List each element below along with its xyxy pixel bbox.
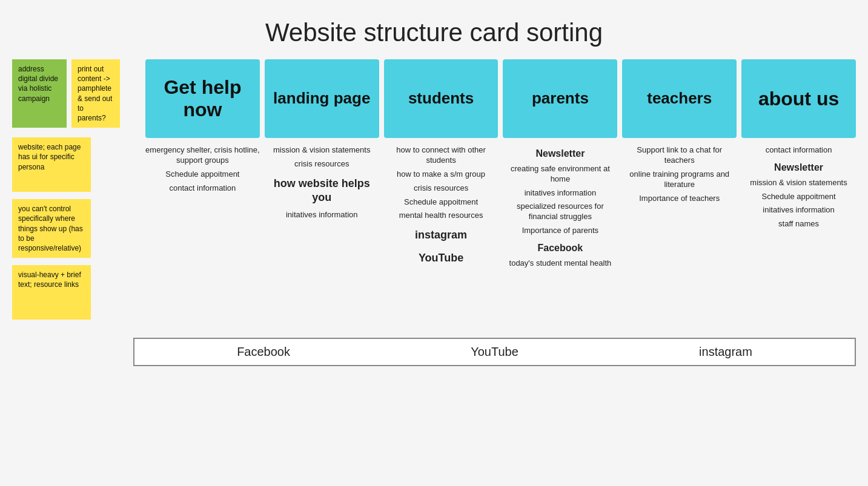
list-item: instagram [415, 228, 467, 242]
list-item: how to connect with other students [384, 145, 499, 166]
list-item: Schedule appoitment [165, 169, 239, 180]
list-item: online training programs and literature [622, 169, 737, 190]
main-area: address digital divide via holistic camp… [0, 59, 868, 332]
card-header-about-us: about us [741, 59, 856, 138]
list-item: YouTube [419, 251, 463, 265]
list-item: initatives information [525, 188, 597, 199]
list-item: mission & vision statements [750, 178, 847, 188]
list-item: contact information [766, 145, 832, 156]
list-item: initatives information [763, 205, 835, 215]
card-header-students: students [384, 59, 499, 138]
card-header-text-landing-page: landing page [273, 90, 370, 108]
card-header-text-get-help-now: Get help now [153, 76, 253, 121]
card-items-landing-page: mission & vision statements crisis resou… [265, 145, 379, 220]
list-item: Newsletter [535, 148, 585, 160]
list-item: initatives information [286, 210, 358, 220]
card-items-students: how to connect with other students how t… [384, 145, 499, 266]
list-item: creating safe environment at home [503, 164, 617, 185]
card-header-text-about-us: about us [758, 88, 839, 110]
card-header-text-teachers: teachers [647, 90, 712, 108]
list-item: Importance of parents [522, 226, 598, 236]
card-header-landing-page: landing page [265, 59, 379, 138]
list-item: Importance of teachers [639, 194, 720, 204]
list-item: Schedule appoitment [761, 192, 835, 202]
sticky-note-yellow-bottom[interactable]: visual-heavy + brief text; resource link… [12, 265, 91, 320]
page-title: Website structure card sorting [0, 0, 868, 59]
card-header-text-parents: parents [532, 90, 589, 108]
list-item: Facebook [538, 242, 583, 255]
list-item: emergency shelter, crisis hotline, suppo… [145, 145, 260, 166]
column-teachers: teachers Support link to a chat for teac… [622, 59, 737, 203]
list-item: today's student mental health [509, 258, 612, 269]
card-header-text-students: students [408, 90, 474, 108]
sticky-note-green-top[interactable]: address digital divide via holistic camp… [12, 59, 67, 128]
sticky-column: address digital divide via holistic camp… [12, 59, 133, 320]
list-item: crisis resources [414, 183, 468, 194]
list-item: specialized resources for financial stru… [503, 202, 617, 222]
list-item: Support link to a chat for teachers [622, 145, 737, 166]
card-items-parents: Newsletter creating safe environment at … [503, 145, 617, 269]
list-item: Schedule appoitment [404, 197, 478, 208]
column-parents: parents Newsletter creating safe environ… [503, 59, 617, 269]
bottom-bar-facebook: Facebook [237, 345, 290, 359]
list-item: how website helps you [265, 177, 379, 205]
cards-area: Get help now emergency shelter, crisis h… [145, 59, 856, 320]
bottom-bar: Facebook YouTube instagram [133, 338, 856, 366]
card-header-parents: parents [503, 59, 617, 138]
card-items-get-help-now: emergency shelter, crisis hotline, suppo… [145, 145, 260, 194]
column-get-help-now: Get help now emergency shelter, crisis h… [145, 59, 260, 194]
list-item: crisis resources [294, 159, 349, 169]
card-items-teachers: Support link to a chat for teachers onli… [622, 145, 737, 203]
bottom-bar-instagram: instagram [699, 345, 752, 359]
list-item: staff names [778, 219, 819, 229]
column-about-us: about us contact information Newsletter … [741, 59, 856, 229]
list-item: mission & vision statements [273, 145, 370, 156]
card-header-get-help-now: Get help now [145, 59, 260, 138]
column-students: students how to connect with other stude… [384, 59, 499, 266]
sticky-note-yellow-top[interactable]: print out content -> pamphlete & send ou… [71, 59, 120, 128]
sticky-top-row: address digital divide via holistic camp… [12, 59, 133, 128]
list-item: mental health resources [399, 211, 483, 221]
bottom-bar-youtube: YouTube [471, 345, 518, 359]
column-landing-page: landing page mission & vision statements… [265, 59, 379, 220]
card-header-teachers: teachers [622, 59, 737, 138]
list-item: how to make a s/m group [397, 169, 485, 180]
sticky-note-yellow-mid1[interactable]: website; each page has ui for specific p… [12, 137, 91, 192]
card-items-about-us: contact information Newsletter mission &… [741, 145, 856, 229]
list-item: contact information [169, 183, 236, 194]
sticky-note-yellow-mid2[interactable]: you can't control specifically where thi… [12, 199, 91, 258]
list-item: Newsletter [774, 162, 823, 174]
